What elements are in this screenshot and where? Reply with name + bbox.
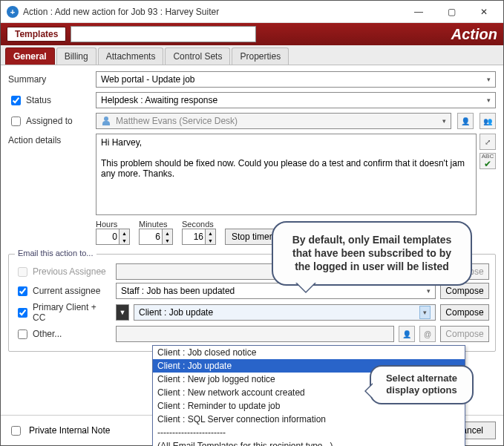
- dropdown-option[interactable]: (All Email Templates for this recipient …: [153, 439, 465, 446]
- prev-assignee-checkbox: [18, 267, 27, 277]
- tab-attachments[interactable]: Attachments: [98, 47, 164, 65]
- email-legend: Email this action to...: [15, 249, 96, 258]
- app-icon: +: [7, 6, 19, 18]
- annotation-callout-2: Select alternate display options: [370, 365, 474, 404]
- seconds-input[interactable]: [183, 229, 205, 244]
- minutes-label: Minutes: [139, 220, 168, 229]
- ribbon: Templates Update job - Email client + st…: [1, 23, 503, 45]
- private-note-checkbox[interactable]: [11, 426, 21, 436]
- maximize-button[interactable]: ▢: [435, 1, 468, 22]
- spellcheck-icon[interactable]: ABC✔: [480, 153, 496, 169]
- assign-group-button[interactable]: 👥: [480, 113, 496, 129]
- dropdown-option[interactable]: Client : SQL Server connection informati…: [153, 413, 465, 426]
- other-label: Other...: [33, 329, 62, 339]
- minutes-input[interactable]: [140, 229, 162, 244]
- template-select-value: Update job - Email client + staff: [74, 29, 197, 39]
- assigned-label: Assigned to: [26, 116, 73, 126]
- annotation-callout-1: By default, only Email templates that ha…: [272, 221, 472, 286]
- minutes-down[interactable]: ▼: [162, 237, 172, 244]
- summary-label: Summary: [8, 74, 90, 85]
- assigned-select[interactable]: Matthew Evans (Service Desk) ▾: [96, 113, 451, 129]
- stop-timer-button[interactable]: Stop timer: [225, 229, 279, 245]
- status-checkbox[interactable]: [11, 96, 21, 105]
- chevron-down-icon: ▾: [487, 96, 491, 104]
- hours-label: Hours: [96, 220, 117, 229]
- dropdown-option[interactable]: -----------------------: [153, 426, 465, 439]
- titlebar: + Action : Add new action for Job 93 : H…: [1, 1, 503, 23]
- window-title: Action : Add new action for Job 93 : Har…: [23, 7, 402, 17]
- details-textarea[interactable]: [96, 134, 477, 215]
- tab-properties[interactable]: Properties: [232, 47, 289, 65]
- chevron-down-icon: ▾: [419, 306, 431, 319]
- expand-icon[interactable]: ⤢: [480, 134, 496, 150]
- seconds-label: Seconds: [182, 220, 214, 229]
- primary-client-label: Primary Client + CC: [33, 302, 111, 323]
- prev-assignee-label: Previous Assignee: [33, 266, 106, 277]
- status-label: Status: [26, 95, 51, 105]
- primary-client-checkbox[interactable]: [18, 308, 27, 318]
- hours-up[interactable]: ▲: [119, 229, 129, 237]
- curr-assignee-checkbox[interactable]: [18, 286, 27, 296]
- other-checkbox[interactable]: [18, 329, 27, 339]
- chevron-down-icon: ▾: [442, 117, 446, 125]
- other-recipient-input: [116, 326, 394, 342]
- status-select[interactable]: Helpdesk : Awaiting response▾: [96, 92, 496, 108]
- summary-input[interactable]: Web portal - Update job▾: [96, 71, 496, 88]
- minimize-button[interactable]: —: [402, 1, 435, 22]
- person-icon: [101, 116, 111, 126]
- other-compose-button: Compose: [440, 326, 489, 342]
- other-browse-button[interactable]: 👤: [399, 326, 415, 342]
- close-button[interactable]: ✕: [468, 1, 500, 22]
- brand-label: Action: [451, 26, 497, 43]
- assign-user-button[interactable]: 👤: [457, 113, 474, 129]
- tabs: General Billing Attachments Control Sets…: [1, 45, 503, 65]
- other-at-button[interactable]: @: [419, 326, 436, 342]
- tab-control-sets[interactable]: Control Sets: [165, 47, 230, 65]
- curr-assignee-label: Current assignee: [33, 286, 100, 296]
- template-select[interactable]: Update job - Email client + staff ▼: [71, 26, 256, 42]
- tab-general[interactable]: General: [5, 47, 55, 65]
- templates-button[interactable]: Templates: [7, 27, 66, 42]
- details-label: Action details: [8, 134, 90, 145]
- primary-template-select[interactable]: Client : Job update▾: [134, 304, 436, 321]
- chevron-down-icon: ▾: [487, 76, 491, 83]
- seconds-down[interactable]: ▼: [205, 237, 215, 244]
- hours-input[interactable]: [96, 229, 119, 244]
- assigned-checkbox[interactable]: [11, 117, 21, 126]
- tab-billing[interactable]: Billing: [56, 47, 96, 65]
- chevron-down-icon: ▼: [246, 30, 253, 38]
- template-filter-button[interactable]: ▼: [116, 304, 129, 321]
- primary-compose-button[interactable]: Compose: [440, 304, 489, 321]
- hours-down[interactable]: ▼: [119, 237, 129, 244]
- dropdown-option[interactable]: Client : Job closed notice: [153, 346, 465, 359]
- seconds-up[interactable]: ▲: [205, 229, 215, 237]
- minutes-up[interactable]: ▲: [162, 229, 172, 237]
- private-note-label: Private Internal Note: [29, 425, 110, 436]
- chevron-down-icon: ▾: [427, 287, 431, 295]
